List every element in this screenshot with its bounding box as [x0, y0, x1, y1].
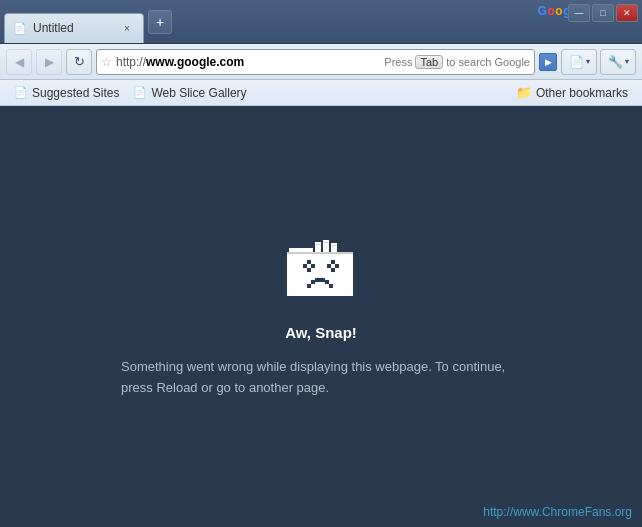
svg-rect-22: [324, 242, 328, 243]
svg-rect-17: [329, 284, 333, 288]
page-content: Aw, Snap! Something went wrong while dis…: [0, 106, 642, 527]
close-button[interactable]: ✕: [616, 4, 638, 22]
svg-rect-2: [309, 248, 313, 252]
svg-rect-9: [327, 264, 331, 268]
reload-button[interactable]: ↻: [66, 49, 92, 75]
chromefans-link[interactable]: http://www.ChromeFans.org: [483, 505, 632, 519]
svg-rect-1: [287, 252, 353, 296]
page-chevron-icon: ▾: [586, 57, 590, 66]
svg-rect-10: [331, 268, 335, 272]
svg-rect-13: [307, 284, 311, 288]
tools-area: 📄 ▾ 🔧 ▾: [561, 49, 636, 75]
search-hint-suffix: to search Google: [446, 56, 530, 68]
favorites-bar: 📄 Suggested Sites 📄 Web Slice Gallery 📁 …: [0, 80, 642, 106]
address-bar[interactable]: ☆ http://www.google.com Press Tab to sea…: [96, 49, 535, 75]
go-button[interactable]: ▶: [539, 53, 557, 71]
tab-favicon: 📄: [13, 22, 27, 35]
search-hint-prefix: Press: [384, 56, 412, 68]
svg-rect-5: [303, 264, 307, 268]
svg-rect-8: [311, 264, 315, 268]
forward-button[interactable]: ▶: [36, 49, 62, 75]
new-tab-button[interactable]: +: [148, 10, 172, 34]
back-button[interactable]: ◀: [6, 49, 32, 75]
svg-rect-6: [307, 268, 311, 272]
tools-icon: 🔧: [608, 55, 623, 69]
svg-rect-21: [316, 244, 320, 245]
svg-rect-18: [315, 242, 321, 252]
search-hint: Press Tab to search Google: [384, 55, 530, 69]
address-domain: www.google.com: [146, 55, 244, 69]
address-text: http://www.google.com: [116, 55, 380, 69]
svg-rect-15: [315, 278, 325, 282]
web-slice-gallery-link[interactable]: 📄 Web Slice Gallery: [127, 84, 252, 102]
page-tool-button[interactable]: 📄 ▾: [561, 49, 597, 75]
sad-folder-icon: [281, 234, 361, 304]
tools-chevron-icon: ▾: [625, 57, 629, 66]
svg-rect-14: [311, 280, 315, 284]
web-slice-gallery-label: Web Slice Gallery: [151, 86, 246, 100]
tools-button[interactable]: 🔧 ▾: [600, 49, 636, 75]
error-message: Something went wrong while displaying th…: [121, 357, 521, 399]
window-controls: — □ ✕: [568, 4, 638, 22]
page-icon: 📄: [569, 55, 584, 69]
suggested-sites-link[interactable]: 📄 Suggested Sites: [8, 84, 125, 102]
maximize-button[interactable]: □: [592, 4, 614, 22]
title-bar: Google 📄 Untitled × + — □ ✕: [0, 0, 642, 44]
suggested-sites-icon: 📄: [14, 86, 28, 99]
svg-rect-20: [331, 243, 337, 252]
other-bookmarks-link[interactable]: 📁 Other bookmarks: [510, 83, 634, 102]
svg-rect-19: [323, 240, 329, 252]
bookmarks-folder-icon: 📁: [516, 85, 532, 100]
tab-key-badge: Tab: [415, 55, 443, 69]
tab-close-button[interactable]: ×: [119, 20, 135, 36]
svg-rect-4: [287, 252, 353, 254]
error-title: Aw, Snap!: [285, 324, 357, 341]
tab-title: Untitled: [33, 21, 113, 35]
svg-rect-11: [331, 260, 335, 264]
suggested-sites-label: Suggested Sites: [32, 86, 119, 100]
browser-tab[interactable]: 📄 Untitled ×: [4, 13, 144, 43]
svg-rect-23: [332, 245, 336, 246]
web-slice-icon: 📄: [133, 86, 147, 99]
svg-rect-16: [325, 280, 329, 284]
navigation-bar: ◀ ▶ ↻ ☆ http://www.google.com Press Tab …: [0, 44, 642, 80]
other-bookmarks-label: Other bookmarks: [536, 86, 628, 100]
bookmark-icon[interactable]: ☆: [101, 55, 112, 69]
minimize-button[interactable]: —: [568, 4, 590, 22]
svg-rect-7: [307, 260, 311, 264]
address-prefix: http://: [116, 55, 146, 69]
svg-rect-12: [335, 264, 339, 268]
